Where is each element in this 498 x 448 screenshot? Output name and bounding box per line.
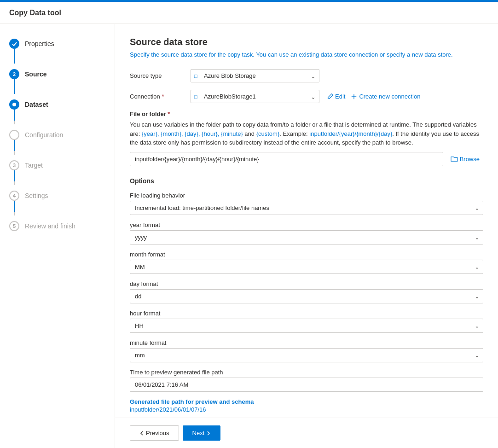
hour-format-field: hour format HH ⌄ — [130, 310, 483, 333]
edit-icon — [327, 93, 333, 100]
step-circle-target: 3 — [9, 160, 19, 170]
day-format-select-wrapper: dd ⌄ — [130, 289, 483, 303]
generated-path-section: Generated file path for preview and sche… — [130, 398, 483, 413]
month-format-select-wrapper: MM ⌄ — [130, 260, 483, 274]
sidebar-label-configuration: Configuration — [25, 131, 63, 139]
main-content: Source data store Specify the source dat… — [115, 24, 498, 418]
sidebar-item-review[interactable]: 5 Review and finish — [0, 215, 115, 237]
app-header: Copy Data tool — [0, 2, 498, 24]
edit-connection-button[interactable]: Edit — [327, 93, 345, 100]
source-type-select[interactable]: Azure Blob Storage — [191, 69, 319, 82]
sidebar-item-source[interactable]: 2 Source — [0, 64, 115, 85]
file-folder-description: You can use variables in the folder path… — [130, 120, 483, 147]
step-circle-properties — [9, 39, 19, 49]
connection-label: Connection — [130, 93, 185, 100]
file-loading-select-wrapper: Incremental load: time-partitioned folde… — [130, 201, 483, 215]
step-circle-dataset — [9, 99, 19, 110]
page-subtitle: Specify the source data store for the co… — [130, 51, 483, 58]
hour-format-label: hour format — [130, 310, 483, 317]
file-folder-section: File or folder * You can use variables i… — [130, 111, 483, 166]
options-section: Options File loading behavior Incrementa… — [130, 177, 483, 413]
source-type-row: Source type □ Azure Blob Storage ⌄ — [130, 69, 483, 82]
time-preview-field: Time to preview generated file path — [130, 369, 483, 392]
connection-select-wrapper: □ AzureBlobStorage1 ⌄ — [191, 90, 319, 103]
sidebar-item-target[interactable]: 3 Target — [0, 155, 115, 176]
file-loading-label: File loading behavior — [130, 192, 483, 199]
footer-actions: Previous Next — [115, 418, 498, 448]
hour-format-select-wrapper: HH ⌄ — [130, 319, 483, 333]
connection-select[interactable]: AzureBlobStorage1 — [191, 90, 319, 103]
create-connection-button[interactable]: Create new connection — [351, 93, 420, 100]
sidebar-label-properties: Properties — [25, 40, 54, 47]
file-path-input[interactable] — [130, 152, 443, 166]
minute-format-select-wrapper: mm ⌄ — [130, 348, 483, 362]
source-type-select-wrapper: □ Azure Blob Storage ⌄ — [191, 69, 319, 82]
sidebar: Properties 2 Source Dataset Configuratio… — [0, 24, 115, 448]
file-folder-title: File or folder * — [130, 111, 483, 117]
step-circle-source: 2 — [9, 69, 19, 79]
page-title: Source data store — [130, 37, 483, 47]
generated-path-value: inputfolder/2021/06/01/07/16 — [130, 406, 483, 413]
next-chevron-icon — [206, 431, 211, 436]
file-loading-select[interactable]: Incremental load: time-partitioned folde… — [130, 201, 483, 215]
day-format-select[interactable]: dd — [130, 289, 483, 303]
browse-button[interactable]: Browse — [447, 154, 483, 164]
step-circle-configuration — [9, 130, 19, 140]
next-button[interactable]: Next — [183, 425, 221, 441]
month-format-field: month format MM ⌄ — [130, 251, 483, 274]
sidebar-label-settings: Settings — [25, 192, 48, 199]
minute-format-select[interactable]: mm — [130, 348, 483, 362]
sidebar-label-dataset: Dataset — [25, 101, 48, 108]
time-preview-input[interactable] — [130, 378, 483, 392]
year-format-select[interactable]: yyyy — [130, 230, 483, 244]
sidebar-label-source: Source — [25, 70, 46, 78]
previous-button[interactable]: Previous — [130, 425, 179, 441]
options-title: Options — [130, 177, 483, 185]
year-format-field: year format yyyy ⌄ — [130, 221, 483, 244]
step-circle-review: 5 — [9, 221, 19, 231]
file-loading-field: File loading behavior Incremental load: … — [130, 192, 483, 215]
sidebar-item-properties[interactable]: Properties — [0, 33, 115, 54]
folder-icon — [451, 156, 458, 162]
time-preview-label: Time to preview generated file path — [130, 369, 483, 376]
month-format-label: month format — [130, 251, 483, 258]
minute-format-label: minute format — [130, 339, 483, 346]
sidebar-label-review: Review and finish — [25, 222, 75, 230]
connection-row: Connection □ AzureBlobStorage1 ⌄ Edit — [130, 90, 483, 103]
sidebar-item-dataset[interactable]: Dataset — [0, 94, 115, 115]
day-format-label: day format — [130, 280, 483, 287]
month-format-select[interactable]: MM — [130, 260, 483, 274]
connection-actions: Edit Create new connection — [327, 93, 420, 100]
sidebar-label-target: Target — [25, 162, 43, 169]
file-path-row: Browse — [130, 152, 483, 166]
previous-chevron-icon — [139, 431, 144, 436]
year-format-select-wrapper: yyyy ⌄ — [130, 230, 483, 244]
app-title: Copy Data tool — [9, 9, 61, 17]
day-format-field: day format dd ⌄ — [130, 280, 483, 303]
generated-path-title: Generated file path for preview and sche… — [130, 398, 483, 405]
hour-format-select[interactable]: HH — [130, 319, 483, 333]
sidebar-item-configuration[interactable]: Configuration — [0, 124, 115, 145]
sidebar-item-settings[interactable]: 4 Settings — [0, 185, 115, 206]
step-circle-settings: 4 — [9, 191, 19, 201]
minute-format-field: minute format mm ⌄ — [130, 339, 483, 362]
source-type-label: Source type — [130, 72, 185, 79]
plus-icon — [351, 93, 357, 100]
year-format-label: year format — [130, 221, 483, 228]
